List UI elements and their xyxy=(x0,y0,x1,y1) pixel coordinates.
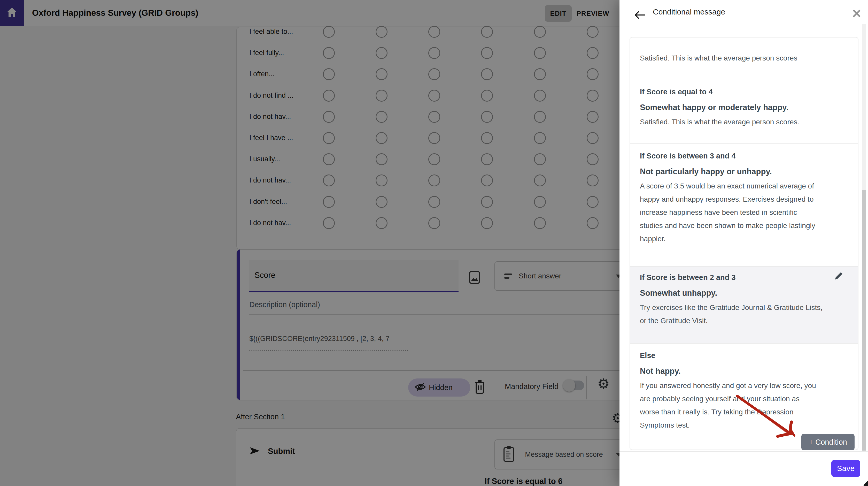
panel-header: Conditional message xyxy=(619,0,868,24)
condition-heading: If Score is between 2 and 3 xyxy=(640,273,848,282)
conditions-list: Satisfied. This is what the average pers… xyxy=(629,37,859,450)
condition-message-title: Not particularly happy or unhappy. xyxy=(640,167,848,176)
condition-message-body: Try exercises like the Gratitude Journal… xyxy=(640,301,848,327)
condition-card[interactable]: Satisfied. This is what the average pers… xyxy=(630,37,858,79)
condition-heading: Else xyxy=(640,351,848,360)
condition-message-body: Satisfied. This is what the average pers… xyxy=(640,52,848,65)
condition-message-title: Not happy. xyxy=(640,367,848,376)
edit-pencil-icon[interactable] xyxy=(834,271,843,282)
condition-message-title: Somewhat unhappy. xyxy=(640,288,848,298)
condition-message-body: A score of 3.5 would be an exact numeric… xyxy=(640,179,848,245)
panel-title: Conditional message xyxy=(653,0,725,24)
modal-backdrop[interactable] xyxy=(0,0,619,486)
save-button[interactable]: Save xyxy=(831,460,860,477)
condition-card[interactable]: If Score is between 3 and 4Not particula… xyxy=(630,144,858,266)
condition-card[interactable]: If Score is between 2 and 3Somewhat unha… xyxy=(630,266,858,344)
condition-heading: If Score is between 3 and 4 xyxy=(640,152,848,160)
scrollbar-thumb[interactable] xyxy=(862,190,866,451)
condition-message-body: If you answered honestly and got a very … xyxy=(640,379,848,432)
condition-message-body: Satisfied. This is what the average pers… xyxy=(640,115,848,128)
condition-heading: If Score is equal to 4 xyxy=(640,88,848,96)
condition-message-title: Somewhat happy or moderately happy. xyxy=(640,103,848,112)
divider xyxy=(619,451,868,452)
form-builder-app: Oxford Happiness Survey (GRID Groups) ED… xyxy=(0,0,868,486)
add-condition-button[interactable]: + Condition xyxy=(801,434,855,450)
panel-scroll-area[interactable]: Satisfied. This is what the average pers… xyxy=(619,24,868,451)
condition-card[interactable]: If Score is equal to 4Somewhat happy or … xyxy=(630,79,858,144)
back-arrow-icon[interactable] xyxy=(634,10,646,21)
close-icon[interactable] xyxy=(852,9,861,19)
